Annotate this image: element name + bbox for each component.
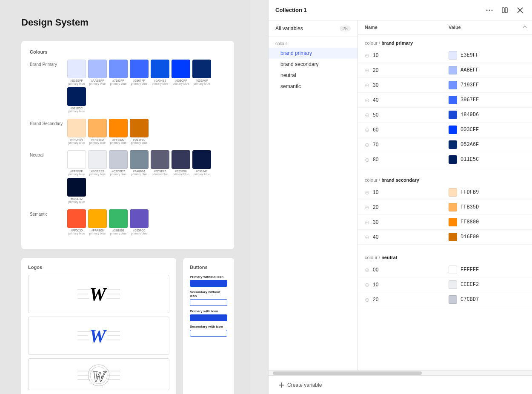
panel-header-actions	[484, 5, 525, 15]
variable-icon: ⊕	[365, 67, 369, 74]
variables-count: 25	[340, 26, 351, 31]
sidebar-header: All variables 25	[269, 20, 358, 37]
color-chip	[449, 140, 457, 149]
panel-header: Collection 1	[269, 0, 532, 20]
table-row[interactable]: ⊕20 FFB35D	[358, 200, 532, 215]
scrollbar-thumb	[273, 371, 422, 375]
table-row[interactable]: ⊕20 C7CBD7	[358, 292, 532, 307]
more-options-button[interactable]	[484, 5, 495, 15]
sidebar-item-brand-secondary[interactable]: brand secondary	[269, 59, 358, 70]
svg-rect-27	[505, 8, 507, 13]
table-row[interactable]: ⊕00 FFFFFF	[358, 263, 532, 277]
color-chip	[449, 155, 457, 164]
color-chip	[449, 81, 457, 89]
variables-sidebar: All variables 25 colour brand primary br…	[269, 20, 358, 370]
color-chip	[449, 111, 457, 119]
sidebar-item-brand-primary[interactable]: brand primary	[269, 48, 358, 59]
variable-icon: ⊕	[365, 267, 369, 273]
table-row[interactable]: ⊕30 FF8800	[358, 215, 532, 230]
brand-primary-label: Brand Primary	[30, 60, 64, 67]
logos-section: Logos W	[21, 258, 176, 394]
neutral-swatches: #FFFFFFprimary blue #ECEEF2primary blue …	[67, 150, 226, 203]
color-chip	[449, 51, 457, 60]
variable-icon: ⊕	[365, 282, 369, 288]
group-spacer	[358, 167, 532, 171]
table-row[interactable]: ⊕60 003CFF	[358, 123, 532, 137]
svg-point-25	[492, 9, 493, 11]
layout-toggle-button[interactable]	[500, 5, 510, 15]
table-row[interactable]: ⊕40 3967FF	[358, 93, 532, 108]
color-chip	[449, 266, 457, 274]
svg-rect-26	[502, 8, 504, 13]
canvas-area: Design System Colours Brand Primary #E3E…	[0, 0, 250, 394]
close-panel-button[interactable]	[515, 5, 525, 15]
svg-text:W: W	[92, 368, 107, 385]
variable-icon: ⊕	[365, 127, 369, 133]
value-column-header: Value	[449, 25, 525, 30]
brand-primary-swatches: #E3E9FFprimary blue #AABEFFprimary blue …	[67, 60, 226, 113]
name-column-header: Name	[365, 25, 449, 30]
brand-secondary-group-header: colour / brand secondary	[358, 171, 532, 185]
colours-section: Colours Brand Primary #E3E9FFprimary blu…	[21, 41, 234, 249]
table-row[interactable]: ⊕40 D16F00	[358, 230, 532, 245]
neutral-group-header: colour / neutral	[358, 249, 532, 263]
svg-text:W: W	[89, 284, 107, 305]
variable-icon: ⊕	[365, 82, 369, 89]
colour-group-label: colour	[269, 37, 358, 48]
table-row[interactable]: ⊕10 FFDFB9	[358, 185, 532, 200]
variable-icon: ⊕	[365, 142, 369, 148]
table-row[interactable]: ⊕10 E3E9FF	[358, 48, 532, 63]
all-variables-label[interactable]: All variables	[275, 26, 303, 31]
variables-table: Name Value colour / brand primary ⊕10 E3…	[358, 20, 532, 370]
brand-primary-group-header: colour / brand primary	[358, 34, 532, 48]
variable-icon: ⊕	[365, 157, 369, 163]
variable-icon: ⊕	[365, 204, 369, 211]
table-header: Name Value	[358, 20, 532, 34]
color-chip	[449, 66, 457, 74]
panel-footer: Create variable	[269, 375, 532, 394]
variable-icon: ⊕	[365, 97, 369, 103]
svg-text:W: W	[89, 325, 107, 346]
table-row[interactable]: ⊕10 ECEEF2	[358, 277, 532, 292]
svg-point-24	[489, 9, 490, 11]
buttons-label: Buttons	[190, 265, 227, 270]
svg-point-23	[486, 9, 488, 11]
table-row[interactable]: ⊕20 AABEFF	[358, 63, 532, 78]
scroll-up-indicator[interactable]	[523, 23, 527, 31]
color-chip	[449, 96, 457, 104]
table-row[interactable]: ⊕30 7193FF	[358, 78, 532, 93]
buttons-section: Buttons Primary without icon Secondary w…	[183, 258, 234, 394]
logo-black: W	[28, 275, 169, 313]
variables-panel: Collection 1 All variables 25 colour bra…	[268, 0, 532, 394]
semantic-label: Semantic	[30, 209, 64, 217]
group-spacer	[358, 245, 532, 249]
sidebar-item-neutral[interactable]: neutral	[269, 70, 358, 81]
color-chip	[449, 218, 457, 226]
logo-blue: W	[28, 317, 169, 355]
logo-circle: W	[28, 358, 169, 390]
color-chip	[449, 295, 457, 304]
variable-icon: ⊕	[365, 297, 369, 303]
horizontal-scrollbar[interactable]	[269, 370, 532, 375]
color-chip	[449, 280, 457, 289]
sidebar-item-semantic[interactable]: semantic	[269, 81, 358, 92]
neutral-label: Neutral	[30, 150, 64, 157]
variable-icon: ⊕	[365, 112, 369, 118]
color-chip	[449, 233, 457, 241]
semantic-swatches: #FF5630primary blue #FFAB00primary blue …	[67, 209, 149, 235]
variable-icon: ⊕	[365, 189, 369, 196]
brand-secondary-label: Brand Secondary	[30, 119, 64, 126]
color-chip	[449, 126, 457, 134]
brand-secondary-swatches: #FFDFB9primary blue #FFB35Dprimary blue …	[67, 119, 149, 144]
colours-label: Colours	[30, 49, 226, 54]
panel-title: Collection 1	[275, 7, 307, 13]
page-title: Design System	[21, 17, 234, 28]
logos-label: Logos	[28, 265, 169, 270]
variable-icon: ⊕	[365, 234, 369, 240]
table-row[interactable]: ⊕50 1849D6	[358, 108, 532, 123]
color-chip	[449, 188, 457, 197]
color-chip	[449, 203, 457, 211]
create-variable-button[interactable]: Create variable	[275, 380, 325, 390]
table-row[interactable]: ⊕70 052A6F	[358, 137, 532, 152]
table-row[interactable]: ⊕80 011E5C	[358, 152, 532, 167]
